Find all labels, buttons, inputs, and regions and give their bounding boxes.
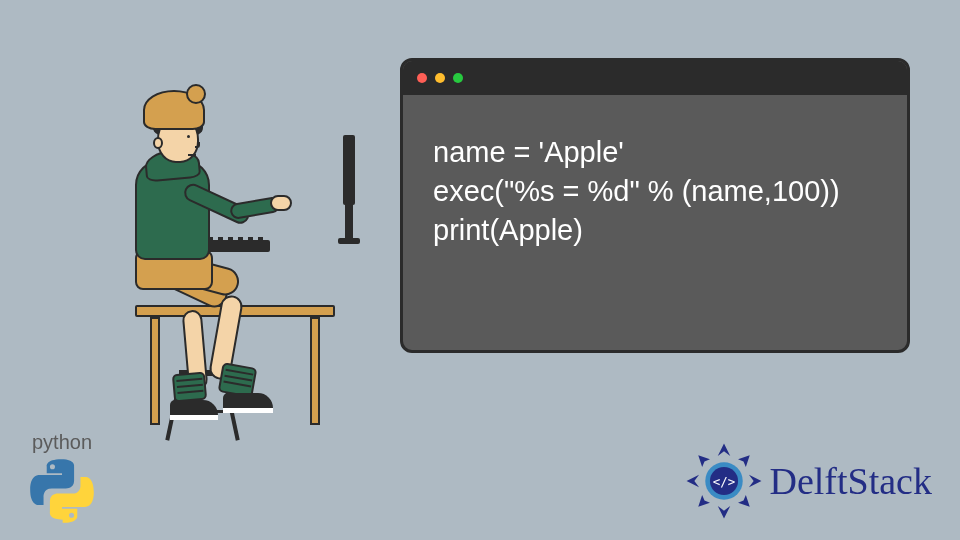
- python-icon: [27, 456, 97, 526]
- hero-illustration: [95, 85, 355, 445]
- delftstack-label: DelftStack: [769, 459, 932, 503]
- close-icon[interactable]: [417, 73, 427, 83]
- delftstack-icon: </>: [685, 442, 763, 520]
- code-line-1: name = 'Apple': [433, 136, 624, 168]
- python-label: python: [12, 431, 112, 454]
- python-logo: python: [12, 431, 112, 530]
- window-title-bar: [403, 61, 907, 95]
- code-line-3: print(Apple): [433, 214, 583, 246]
- maximize-icon[interactable]: [453, 73, 463, 83]
- monitor-icon: [295, 135, 355, 225]
- code-line-2: exec("%s = %d" % (name,100)): [433, 175, 840, 207]
- code-window: name = 'Apple' exec("%s = %d" % (name,10…: [400, 58, 910, 353]
- person-icon: [95, 95, 275, 425]
- delftstack-logo: </> DelftStack: [685, 442, 932, 520]
- minimize-icon[interactable]: [435, 73, 445, 83]
- code-snippet: name = 'Apple' exec("%s = %d" % (name,10…: [403, 95, 907, 288]
- svg-text:</>: </>: [713, 474, 736, 489]
